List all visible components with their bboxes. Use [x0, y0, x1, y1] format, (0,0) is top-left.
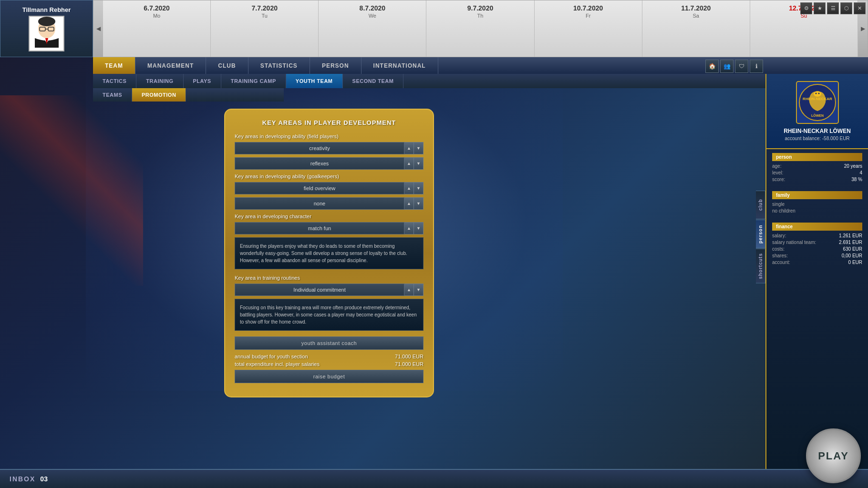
side-tab-person[interactable]: person	[756, 220, 765, 248]
menu-button[interactable]: ☰	[827, 2, 839, 14]
info-icon-btn[interactable]: ℹ	[750, 60, 763, 73]
field-players-label: Key areas in developing ability (field p…	[235, 133, 424, 139]
nav-tab-team[interactable]: TEAM	[93, 57, 135, 74]
club-balance: account balance: -58.000 EUR	[785, 136, 849, 141]
nav-sub-training-camp[interactable]: TRAINING CAMP	[221, 74, 286, 88]
right-panel: RHEIN-NECKAR LÖWEN RHEIN-NECKAR LÖWEN ac…	[765, 74, 868, 469]
training-label: Key area in training routines	[235, 275, 424, 281]
score-row: score: 38 %	[772, 177, 862, 182]
info-icon-row: 🏠 👥 🛡 ℹ	[705, 60, 763, 73]
nav-sub2-teams[interactable]: TEAMS	[93, 88, 132, 102]
cal-day-3-num: 8.7.2020	[360, 4, 386, 12]
account-value: 0 EUR	[848, 260, 862, 265]
gk2-dropdown[interactable]: none	[235, 197, 404, 210]
calendar-day-3[interactable]: 8.7.2020 We	[319, 0, 426, 57]
calendar-day-5[interactable]: 10.7.2020 Fr	[535, 0, 642, 57]
gk1-down-btn[interactable]: ▼	[414, 182, 424, 194]
field1-value: creativity	[239, 145, 400, 151]
settings-button[interactable]: ⚙	[800, 2, 812, 14]
training-up-btn[interactable]: ▲	[404, 284, 414, 296]
calendar-scroll-left[interactable]: ◀	[93, 0, 103, 57]
finance-header: finance	[772, 223, 862, 231]
field1-up-btn[interactable]: ▲	[404, 142, 414, 154]
shares-row: shares: 0,00 EUR	[772, 253, 862, 258]
salary-nt-value: 2.691 EUR	[839, 240, 862, 245]
nav-tab-management[interactable]: MANAGEMENT	[135, 57, 206, 74]
gk1-value: field overview	[239, 185, 400, 191]
field1-down-btn[interactable]: ▼	[414, 142, 424, 154]
salary-nt-label: salary national team:	[772, 240, 816, 245]
calendar-day-1[interactable]: 6.7.2020 Mo	[103, 0, 211, 57]
character-dropdown[interactable]: match fun	[235, 222, 404, 234]
side-tab-club[interactable]: club	[756, 191, 765, 219]
nav-sub2-promotion[interactable]: PROMOTION	[132, 88, 186, 102]
character-down-btn[interactable]: ▼	[414, 222, 424, 234]
account-label: account:	[772, 260, 790, 265]
svg-point-9	[815, 93, 816, 94]
shield-icon-btn[interactable]: 🛡	[735, 60, 748, 73]
calendar-days: 6.7.2020 Mo 7.7.2020 Tu 8.7.2020 We 9.7.…	[103, 0, 858, 57]
level-value: 4	[859, 170, 862, 175]
nav-sub-youth-team[interactable]: YOUTH TEAM	[286, 74, 343, 88]
cal-day-4-num: 9.7.2020	[467, 4, 494, 12]
club-name: RHEIN-NECKAR LÖWEN	[784, 128, 851, 134]
children-row: no children	[772, 208, 862, 214]
close-button[interactable]: ✕	[854, 2, 866, 14]
nav-sub-tactics[interactable]: TACTICS	[93, 74, 136, 88]
nav-sub-training[interactable]: TRAINING	[136, 74, 183, 88]
gk1-up-btn[interactable]: ▲	[404, 182, 414, 194]
salary-value: 1.261 EUR	[839, 233, 862, 238]
nav-sub-second-team[interactable]: SECOND TEAM	[343, 74, 404, 88]
svg-text:LÖWEN: LÖWEN	[811, 113, 823, 117]
training-down-btn[interactable]: ▼	[414, 284, 424, 296]
training-dropdown-row: Individual commitment ▲ ▼	[235, 284, 424, 296]
character-up-btn[interactable]: ▲	[404, 222, 414, 234]
field1-dropdown-row: creativity ▲ ▼	[235, 142, 424, 154]
team-icon-btn[interactable]: 👥	[720, 60, 734, 73]
cal-day-6-num: 11.7.2020	[681, 4, 711, 12]
calendar-day-4[interactable]: 9.7.2020 Th	[426, 0, 534, 57]
score-label: score:	[772, 177, 785, 182]
favorites-button[interactable]: ★	[814, 2, 826, 14]
budget-row-1: annual budget for youth section 71.000 E…	[235, 354, 424, 359]
cal-day-5-name: Fr	[586, 13, 590, 19]
character-value: match fun	[239, 225, 400, 231]
person-section: person age: 20 years level: 4 score: 38 …	[766, 149, 868, 187]
person-header: person	[772, 153, 862, 161]
svg-point-10	[818, 93, 819, 94]
calendar-day-6[interactable]: 11.7.2020 Sa	[642, 0, 750, 57]
calendar-day-2[interactable]: 7.7.2020 Tu	[211, 0, 319, 57]
side-tab-shortcuts[interactable]: shortcuts	[756, 249, 765, 284]
nav-tab-club[interactable]: CLUB	[206, 57, 248, 74]
nav-tab-international[interactable]: INTERNATIONAL	[362, 57, 438, 74]
field1-dropdown[interactable]: creativity	[235, 142, 404, 154]
cal-day-1-name: Mo	[153, 13, 160, 19]
club-logo-svg: RHEIN-NECKAR LÖWEN	[798, 83, 837, 122]
nav-sub-plays[interactable]: PLAYS	[184, 74, 221, 88]
home-icon-btn[interactable]: 🏠	[705, 60, 719, 73]
play-button[interactable]: PLAY	[806, 428, 861, 483]
youth-assistant-coach-button[interactable]: youth assistant coach	[235, 336, 424, 350]
nav-tab-statistics[interactable]: STATISTICS	[248, 57, 310, 74]
character-dropdown-row: match fun ▲ ▼	[235, 222, 424, 234]
costs-row: costs: 630 EUR	[772, 246, 862, 252]
gk1-dropdown[interactable]: field overview	[235, 182, 404, 194]
training-dropdown[interactable]: Individual commitment	[235, 284, 404, 296]
salary-row: salary: 1.261 EUR	[772, 233, 862, 238]
field2-value: reflexes	[239, 161, 400, 166]
field2-up-btn[interactable]: ▲	[404, 157, 414, 170]
budget-value-1: 71.000 EUR	[395, 354, 424, 359]
calendar-bar: ◀ 6.7.2020 Mo 7.7.2020 Tu 8.7.2020 We 9.…	[93, 0, 868, 57]
raise-budget-button[interactable]: raise budget	[235, 370, 424, 383]
save-button[interactable]: ⬡	[840, 2, 852, 14]
nav-tab-person[interactable]: PERSON	[310, 57, 362, 74]
field2-dropdown[interactable]: reflexes	[235, 157, 404, 170]
status-row: single	[772, 202, 862, 207]
gk2-up-btn[interactable]: ▲	[404, 197, 414, 210]
field2-down-btn[interactable]: ▼	[414, 157, 424, 170]
age-label: age:	[772, 163, 781, 169]
gk1-dropdown-row: field overview ▲ ▼	[235, 182, 424, 194]
gk2-dropdown-row: none ▲ ▼	[235, 197, 424, 210]
score-value: 38 %	[851, 177, 862, 182]
gk2-down-btn[interactable]: ▼	[414, 197, 424, 210]
